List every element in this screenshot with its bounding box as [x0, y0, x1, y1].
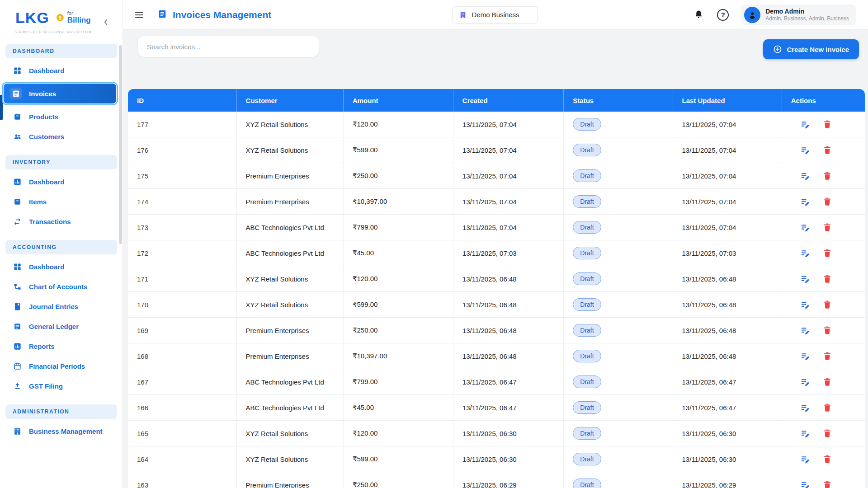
sidebar-item-reports[interactable]: Reports — [5, 338, 117, 354]
sidebar-scrollbar[interactable] — [119, 45, 122, 244]
cell-amount: ₹250.00 — [343, 318, 453, 343]
calendar-icon — [13, 361, 22, 371]
cell-created: 13/11/2025, 07:04 — [453, 112, 563, 137]
edit-invoice-button[interactable] — [800, 248, 811, 258]
delete-invoice-button[interactable] — [822, 480, 833, 488]
edit-invoice-button[interactable] — [800, 377, 811, 387]
column-header-customer[interactable]: Customer — [236, 89, 343, 112]
sidebar-item-items[interactable]: Items — [5, 194, 117, 209]
sidebar-item-general-ledger[interactable]: General Ledger — [5, 319, 117, 334]
cell-status: Draft — [563, 369, 672, 395]
business-selector[interactable]: Demo Business — [452, 6, 538, 23]
edit-invoice-button[interactable] — [800, 325, 811, 336]
delete-invoice-button[interactable] — [822, 403, 833, 413]
edit-invoice-button[interactable] — [800, 274, 811, 284]
sidebar-item-dashboard[interactable]: Dashboard — [5, 259, 117, 274]
sidebar-item-journal-entries[interactable]: Journal Entries — [5, 299, 117, 314]
edit-invoice-button[interactable] — [800, 222, 811, 233]
sidebar-item-financial-periods[interactable]: Financial Periods — [5, 358, 117, 374]
sidebar-section-dashboard: DASHBOARD Dashboard Invoices Products Cu… — [0, 44, 123, 144]
sidebar-item-label: Reports — [29, 343, 55, 350]
create-new-invoice-button[interactable]: Create New Invoice — [763, 39, 859, 59]
edit-invoice-button[interactable] — [800, 119, 811, 130]
sidebar-item-invoices[interactable]: Invoices — [4, 84, 116, 103]
sidebar-item-label: Chart of Accounts — [29, 283, 87, 291]
edit-note-icon — [800, 248, 811, 258]
delete-invoice-button[interactable] — [822, 300, 833, 310]
status-badge: Draft — [573, 375, 601, 388]
delete-invoice-button[interactable] — [822, 222, 833, 233]
sidebar-item-label: GST Filing — [29, 382, 63, 390]
cell-last-updated: 13/11/2025, 06:47 — [673, 395, 782, 421]
cell-last-updated: 13/11/2025, 07:04 — [673, 215, 782, 240]
search-input[interactable] — [138, 36, 319, 57]
top-header: Invoices Management Demo Business ? — [123, 0, 868, 29]
sidebar-item-customers[interactable]: Customers — [5, 129, 117, 144]
edit-invoice-button[interactable] — [800, 300, 811, 310]
cell-amount: ₹250.00 — [343, 472, 453, 488]
sidebar-collapse-button[interactable] — [101, 17, 111, 27]
brand-product: Billing — [67, 16, 91, 24]
sidebar-item-dashboard[interactable]: Dashboard — [5, 174, 117, 189]
delete-invoice-button[interactable] — [822, 454, 833, 465]
cell-last-updated: 13/11/2025, 06:30 — [673, 446, 782, 472]
trash-icon — [822, 145, 832, 155]
column-header-last-updated[interactable]: Last Updated — [673, 89, 782, 112]
column-header-id[interactable]: ID — [128, 89, 236, 112]
column-header-amount[interactable]: Amount — [343, 89, 453, 112]
delete-invoice-button[interactable] — [822, 145, 833, 155]
user-menu[interactable]: Demo Admin Admin, Business, Admin, Busin… — [741, 5, 856, 25]
column-header-actions[interactable]: Actions — [782, 89, 865, 112]
edit-note-icon — [800, 197, 811, 207]
edit-invoice-button[interactable] — [800, 145, 811, 155]
sidebar-item-dashboard[interactable]: Dashboard — [5, 63, 117, 78]
edit-invoice-button[interactable] — [800, 171, 811, 181]
column-header-created[interactable]: Created — [453, 89, 563, 112]
delete-invoice-button[interactable] — [822, 428, 833, 439]
hamburger-menu-button[interactable] — [134, 9, 146, 21]
status-badge: Draft — [573, 298, 601, 311]
cell-created: 13/11/2025, 06:48 — [453, 343, 563, 369]
sidebar-item-products[interactable]: Products — [5, 109, 117, 124]
edit-invoice-button[interactable] — [800, 197, 811, 207]
cell-status: Draft — [563, 163, 672, 189]
edit-note-icon — [800, 145, 811, 155]
notifications-button[interactable] — [693, 9, 704, 20]
help-button[interactable]: ? — [717, 9, 729, 21]
edit-invoice-button[interactable] — [800, 403, 811, 413]
cell-status: Draft — [563, 215, 672, 240]
cell-last-updated: 13/11/2025, 07:04 — [673, 137, 782, 163]
edit-invoice-button[interactable] — [800, 454, 811, 465]
delete-invoice-button[interactable] — [822, 119, 833, 130]
edit-invoice-button[interactable] — [800, 428, 811, 439]
delete-invoice-button[interactable] — [822, 351, 833, 361]
sidebar-item-chart-of-accounts[interactable]: Chart of Accounts — [5, 279, 117, 294]
sidebar-item-transactions[interactable]: Transactions — [5, 214, 117, 229]
status-badge: Draft — [573, 169, 601, 182]
office-building-icon — [13, 427, 22, 436]
delete-invoice-button[interactable] — [822, 197, 833, 207]
sidebar-item-business-management[interactable]: Business Management — [5, 423, 117, 439]
edit-invoice-button[interactable] — [800, 351, 811, 361]
edit-invoice-button[interactable] — [800, 480, 811, 488]
table-body: 177 XYZ Retail Solutions ₹120.00 13/11/2… — [128, 112, 865, 488]
cell-created: 13/11/2025, 06:29 — [453, 472, 563, 488]
delete-invoice-button[interactable] — [822, 377, 833, 387]
edit-note-icon — [800, 377, 811, 387]
cell-last-updated: 13/11/2025, 06:48 — [673, 292, 782, 318]
sidebar-item-label: Journal Entries — [29, 303, 78, 310]
delete-invoice-button[interactable] — [822, 171, 833, 181]
upload-icon — [13, 381, 22, 390]
edit-note-icon — [800, 119, 811, 130]
cell-customer: XYZ Retail Solutions — [236, 266, 343, 292]
cell-status: Draft — [563, 189, 672, 215]
delete-invoice-button[interactable] — [822, 325, 833, 336]
cell-amount: ₹250.00 — [343, 163, 453, 189]
column-header-status[interactable]: Status — [563, 89, 672, 112]
delete-invoice-button[interactable] — [822, 274, 833, 284]
trash-icon — [822, 325, 832, 335]
delete-invoice-button[interactable] — [822, 248, 833, 258]
sidebar-item-gst-filing[interactable]: GST Filing — [5, 378, 117, 394]
cell-customer: XYZ Retail Solutions — [236, 137, 343, 163]
status-badge: Draft — [573, 272, 601, 285]
